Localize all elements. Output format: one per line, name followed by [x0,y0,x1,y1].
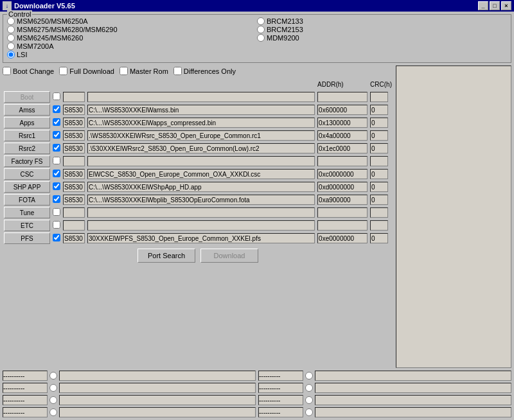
bottom-radio-left-1[interactable] [49,384,57,392]
path-input[interactable] [87,169,315,179]
row-checkbox[interactable] [53,118,60,126]
crc-input[interactable] [370,118,388,128]
crc-input[interactable] [370,130,388,141]
crc-input[interactable] [370,105,388,115]
crc-input[interactable] [370,207,388,218]
tag-input[interactable] [63,143,85,153]
bottom-label-left-2[interactable] [3,395,48,405]
minimize-button[interactable]: _ [478,1,488,10]
tag-input[interactable] [63,169,85,179]
addr-input[interactable] [317,130,368,141]
radio-msm6245[interactable]: MSM6245/MSM6260 [7,34,257,42]
row-button-pfs[interactable]: PFS [4,232,50,244]
bottom-input-left-2[interactable] [59,395,256,405]
tag-input[interactable] [63,233,85,243]
bottom-label-left-3[interactable] [3,407,48,417]
tag-input[interactable] [63,195,85,205]
crc-input[interactable] [370,182,388,192]
path-input[interactable] [87,156,315,166]
path-input[interactable] [87,233,315,243]
bottom-input-right-3[interactable] [315,407,511,417]
row-checkbox[interactable] [53,234,60,241]
addr-input[interactable] [317,118,368,128]
bottom-radio-right-1[interactable] [305,384,313,392]
download-button[interactable]: Download [200,249,258,263]
row-checkbox[interactable] [53,157,60,164]
bottom-radio-right-3[interactable] [305,408,313,416]
radio-lsi[interactable]: LSI [7,51,257,58]
tag-input[interactable] [63,182,85,192]
row-button-tune[interactable]: Tune [4,207,50,218]
row-checkbox[interactable] [53,131,60,139]
tag-input[interactable] [63,118,85,128]
bottom-label-right-0[interactable] [258,371,303,381]
radio-mdm9200[interactable]: MDM9200 [257,34,507,42]
bottom-radio-right-2[interactable] [305,396,313,404]
bottom-input-left-1[interactable] [59,383,256,393]
row-checkbox[interactable] [53,105,60,113]
path-input[interactable] [87,92,315,102]
path-input[interactable] [87,207,315,218]
row-button-factoryfs[interactable]: Factory FS [4,155,50,167]
tag-input[interactable] [63,220,85,231]
row-checkbox[interactable] [53,144,60,152]
crc-input[interactable] [370,233,388,243]
bottom-radio-left-3[interactable] [49,408,57,416]
bottom-input-right-2[interactable] [315,395,511,405]
addr-input[interactable] [317,143,368,153]
crc-input[interactable] [370,169,388,179]
checkbox-full-download[interactable]: Full Download [59,67,114,75]
row-button-rsrc2[interactable]: Rsrc2 [4,143,50,154]
crc-input[interactable] [370,92,388,102]
addr-input[interactable] [317,156,368,166]
row-checkbox[interactable] [53,208,60,216]
bottom-input-right-1[interactable] [315,383,511,393]
path-input[interactable] [87,220,315,231]
path-input[interactable] [87,118,315,128]
path-input[interactable] [87,105,315,115]
bottom-input-right-0[interactable] [315,371,511,381]
path-input[interactable] [87,195,315,205]
row-checkbox[interactable] [53,170,60,177]
crc-input[interactable] [370,156,388,166]
row-button-boot[interactable]: Boot [4,91,50,103]
bottom-input-left-3[interactable] [59,407,256,417]
radio-msm7200a[interactable]: MSM7200A [7,42,257,50]
path-input[interactable] [87,143,315,153]
bottom-label-right-3[interactable] [258,407,303,417]
addr-input[interactable] [317,105,368,115]
addr-input[interactable] [317,207,368,218]
checkbox-boot-change[interactable]: Boot Change [3,67,54,75]
bottom-radio-left-0[interactable] [49,372,57,380]
row-button-fota[interactable]: FOTA [4,194,50,206]
row-checkbox[interactable] [53,92,60,100]
addr-input[interactable] [317,92,368,102]
path-input[interactable] [87,182,315,192]
bottom-radio-right-0[interactable] [305,372,313,380]
port-search-button[interactable]: Port Search [137,249,195,263]
crc-input[interactable] [370,195,388,205]
tag-input[interactable] [63,92,85,102]
bottom-input-left-0[interactable] [59,371,256,381]
close-button[interactable]: × [501,1,511,10]
row-button-csc[interactable]: CSC [4,168,50,180]
tag-input[interactable] [63,105,85,115]
row-checkbox[interactable] [53,195,60,203]
bottom-label-right-2[interactable] [258,395,303,405]
radio-brcm2133[interactable]: BRCM2133 [257,17,507,25]
row-button-apps[interactable]: Apps [4,117,50,128]
row-checkbox[interactable] [53,182,60,190]
bottom-label-right-1[interactable] [258,383,303,393]
radio-msm6250[interactable]: MSM6250/MSM6250A [7,17,257,25]
addr-input[interactable] [317,220,368,231]
checkbox-master-rom[interactable]: Master Rom [120,67,168,75]
checkbox-differences-only[interactable]: Differences Only [173,67,236,75]
path-input[interactable] [87,130,315,141]
row-button-rsrc1[interactable]: Rsrc1 [4,130,50,141]
addr-input[interactable] [317,195,368,205]
row-button-etc[interactable]: ETC [4,220,50,231]
radio-msm6275[interactable]: MSM6275/MSM6280/MSM6290 [7,26,257,33]
bottom-label-left-1[interactable] [3,383,48,393]
bottom-label-left-0[interactable] [3,371,48,381]
bottom-radio-left-2[interactable] [49,396,57,404]
